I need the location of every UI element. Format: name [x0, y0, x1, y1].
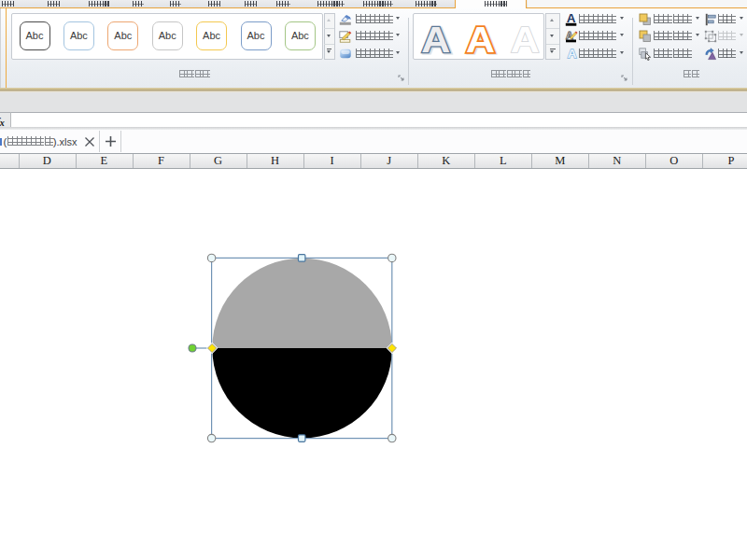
- svg-text:A: A: [568, 47, 577, 61]
- svg-text:A: A: [466, 19, 495, 59]
- svg-text:A: A: [421, 19, 450, 59]
- svg-text:A: A: [511, 19, 540, 59]
